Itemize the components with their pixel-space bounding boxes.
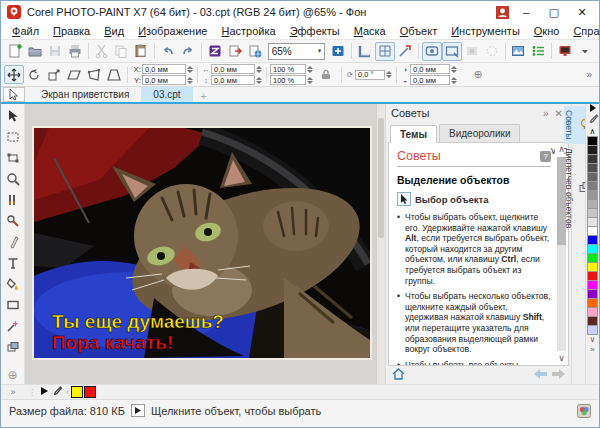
menu-item[interactable]: Файл [5, 24, 46, 38]
toolbox-overflow-icon[interactable]: » [1, 387, 25, 397]
angle-field[interactable]: 0,0 ° [355, 70, 385, 80]
publish-icon[interactable] [245, 42, 265, 61]
image-sprayer-tool[interactable] [3, 337, 23, 357]
docker-tab[interactable]: Темы [390, 125, 437, 143]
palette-eyedropper-icon[interactable] [588, 114, 598, 127]
scale-mode-icon[interactable] [44, 65, 64, 84]
minimize-button[interactable]: – [513, 3, 539, 21]
new-document-icon[interactable] [5, 42, 25, 61]
background-color-swatch[interactable] [84, 386, 96, 398]
docker-collapse-icon[interactable]: » [540, 108, 552, 119]
palette-scroll-down-icon[interactable]: ∨ [590, 335, 596, 345]
height-field[interactable]: 0,0 мм [211, 75, 255, 85]
menu-item[interactable]: Правка [46, 24, 97, 38]
scroll-down-chevron[interactable]: ∨ [550, 145, 555, 156]
distort-mode-icon[interactable] [84, 65, 104, 84]
rotate-mode-icon[interactable] [24, 65, 44, 84]
options-icon[interactable] [528, 42, 548, 61]
zoom-tool[interactable] [3, 169, 23, 189]
rulers-icon[interactable] [355, 42, 375, 61]
grid-icon[interactable] [375, 42, 395, 61]
close-button[interactable]: ✕ [569, 3, 595, 21]
image-adjustment-icon[interactable] [509, 42, 529, 61]
window-preview-icon[interactable] [442, 42, 462, 61]
menu-item[interactable]: Эффекты [283, 24, 347, 38]
tips-scrollbar[interactable] [557, 157, 566, 351]
scale-y-spinner[interactable] [307, 77, 314, 84]
back-arrow-icon[interactable] [534, 369, 547, 381]
height-spinner[interactable] [256, 77, 263, 84]
touchup-tool[interactable] [3, 211, 23, 231]
full-preview-icon[interactable] [422, 42, 442, 61]
import-icon[interactable] [205, 42, 225, 61]
flip-v-spinner[interactable] [451, 77, 458, 84]
mini-bar-grip[interactable]: ⋮ [28, 388, 36, 397]
scale-x-spinner[interactable] [307, 66, 314, 73]
position-mode-icon[interactable] [4, 65, 24, 84]
document-image[interactable]: Ты еще думаешь? Пора качать! [32, 126, 372, 360]
forward-arrow-icon[interactable] [552, 369, 565, 381]
mini-play-icon[interactable] [41, 387, 48, 397]
docker-tab[interactable]: Видеоролики [439, 124, 521, 142]
document-tab[interactable]: 03.cpt [141, 87, 192, 102]
property-bar-overflow[interactable]: » [586, 69, 596, 80]
paste-icon[interactable] [131, 42, 151, 61]
zoom-fit-icon[interactable] [328, 42, 348, 61]
open-folder-icon[interactable] [25, 42, 45, 61]
lock-ratio-icon[interactable] [316, 65, 336, 84]
menu-item[interactable]: Вид [97, 24, 131, 38]
flip-h-spinner[interactable] [451, 66, 458, 73]
home-icon[interactable] [392, 368, 405, 382]
color-swatch[interactable] [587, 325, 598, 335]
pick-tool[interactable] [3, 106, 23, 126]
maximize-button[interactable]: ▢ [541, 3, 567, 21]
menu-item[interactable]: Маска [347, 24, 393, 38]
pick-cursor-icon[interactable] [3, 87, 25, 102]
effect-tool[interactable] [3, 316, 23, 336]
perspective-mode-icon[interactable] [104, 65, 124, 84]
status-play-icon[interactable] [131, 404, 145, 417]
tips-scroll-down-icon[interactable]: ∨ [558, 354, 565, 363]
text-tool[interactable] [3, 253, 23, 273]
canvas-vertical-scrollbar[interactable] [376, 104, 385, 384]
palette-overflow-icon[interactable]: » [590, 345, 594, 355]
mask-transform-tool[interactable] [3, 148, 23, 168]
menu-item[interactable]: Настройка [214, 24, 282, 38]
scale-x-field[interactable]: 100 % [270, 64, 306, 74]
add-plus-icon[interactable]: ⊕ [468, 65, 488, 84]
foreground-color-swatch[interactable] [71, 386, 83, 398]
mini-collapse-icon[interactable]: ‹ [66, 387, 69, 397]
new-tab-button[interactable]: + [193, 90, 215, 102]
mini-eyedropper-icon[interactable] [52, 386, 62, 399]
export-icon[interactable] [225, 42, 245, 61]
y-position-field[interactable]: 0,0 мм [142, 75, 186, 85]
menu-item[interactable]: Инструменты [444, 24, 527, 38]
launch-icon[interactable] [555, 42, 575, 61]
scale-y-field[interactable]: 100 % [270, 75, 306, 85]
color-management-icon[interactable] [577, 404, 591, 420]
zoom-level-select[interactable]: 65%▾ [268, 43, 326, 60]
x-position-field[interactable]: 0,0 мм [142, 64, 186, 74]
document-tab[interactable]: Экран приветствия [29, 87, 141, 102]
menu-item[interactable]: Окно [527, 24, 567, 38]
undo-icon[interactable] [158, 42, 178, 61]
skew-mode-icon[interactable] [64, 65, 84, 84]
fill-tool[interactable] [3, 274, 23, 294]
menu-item[interactable]: Изображение [131, 24, 214, 38]
palette-pick-icon[interactable] [589, 104, 597, 114]
menu-item[interactable]: Справка [566, 24, 600, 38]
rectangle-tool[interactable] [3, 295, 23, 315]
redo-icon[interactable] [178, 42, 198, 61]
flip-v-field[interactable]: 0,0 мм [410, 75, 450, 85]
menu-item[interactable]: Объект [393, 24, 444, 38]
x-spinner[interactable] [187, 66, 194, 73]
toolbox-add-icon[interactable]: ⊕ [3, 367, 23, 383]
snap-icon[interactable] [395, 42, 415, 61]
angle-spinner[interactable] [386, 71, 393, 78]
print-icon[interactable] [65, 42, 85, 61]
flip-h-field[interactable]: 0,0 мм [410, 64, 450, 74]
rectangle-mask-tool[interactable] [3, 127, 23, 147]
width-field[interactable]: 0,0 мм [211, 64, 255, 74]
width-spinner[interactable] [256, 66, 263, 73]
account-icon[interactable] [493, 5, 511, 20]
